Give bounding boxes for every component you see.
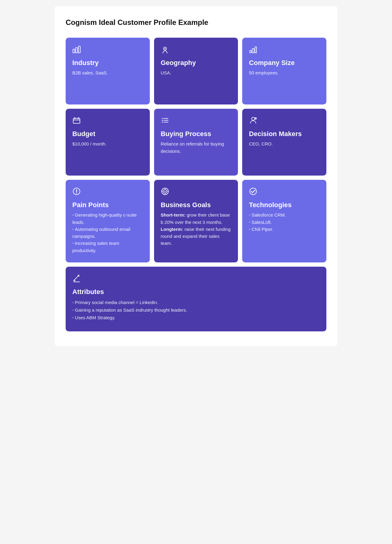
svg-point-4	[164, 48, 166, 49]
buying-process-body: Reliance on referrals for buying decisio…	[161, 140, 232, 155]
svg-point-23	[76, 193, 77, 194]
svg-point-26	[164, 191, 166, 192]
svg-rect-6	[252, 49, 254, 53]
company-size-icon	[249, 45, 320, 55]
svg-rect-8	[73, 118, 80, 123]
bottom-card-container: Attributes Primary social media channel …	[66, 267, 326, 331]
svg-rect-1	[76, 48, 77, 53]
industry-icon	[72, 45, 143, 55]
business-goals-title: Business Goals	[161, 201, 232, 209]
svg-point-31	[250, 188, 256, 195]
industry-body: B2B sales, SaaS.	[72, 69, 143, 76]
pain-points-body: Generating high-quality c-suite leads. A…	[72, 211, 143, 254]
page-container: Cognism Ideal Customer Profile Example I…	[55, 6, 337, 346]
tech-item-3: Chili Piper.	[249, 226, 320, 233]
svg-rect-5	[250, 50, 251, 53]
budget-body: $10,000 / month.	[72, 140, 143, 147]
pain-points-icon	[72, 187, 143, 197]
company-size-body: 50 employees.	[249, 69, 320, 76]
attributes-body: Primary social media channel = LinkedIn.…	[72, 299, 320, 321]
card-geography: Geography USA.	[154, 38, 238, 104]
pain-point-item-2: Automating outbound email campaigns.	[72, 226, 143, 240]
card-pain-points: Pain Points Generating high-quality c-su…	[66, 180, 150, 262]
decision-makers-title: Decision Makers	[249, 130, 320, 138]
svg-point-33	[74, 280, 75, 281]
attributes-list: Primary social media channel = LinkedIn.…	[72, 299, 320, 321]
buying-process-title: Buying Process	[161, 130, 232, 138]
card-company-size: Company Size 50 employees.	[242, 38, 326, 104]
technologies-body: Salesforce CRM. SalesLoft. Chili Piper.	[249, 211, 320, 233]
geography-body: USA.	[161, 69, 232, 76]
card-attributes: Attributes Primary social media channel …	[66, 267, 326, 331]
decision-makers-icon	[249, 116, 320, 126]
business-goals-body: Short-term: grow their client base b 20%…	[161, 211, 232, 247]
geography-icon	[161, 45, 232, 55]
business-goals-icon	[161, 187, 232, 197]
tech-item-1: Salesforce CRM.	[249, 211, 320, 218]
card-decision-makers: Decision Makers CEO, CRO.	[242, 109, 326, 176]
card-budget: Budget $10,000 / month.	[66, 109, 150, 176]
svg-rect-0	[73, 49, 75, 53]
technologies-list: Salesforce CRM. SalesLoft. Chili Piper.	[249, 211, 320, 233]
card-grid: Industry B2B sales, SaaS. Geography USA.	[66, 38, 326, 262]
tech-item-2: SalesLoft.	[249, 219, 320, 226]
svg-rect-2	[78, 46, 80, 53]
page-title: Cognism Ideal Customer Profile Example	[66, 18, 326, 27]
technologies-title: Technologies	[249, 201, 320, 209]
technologies-icon	[249, 187, 320, 197]
card-business-goals: Business Goals Short-term: grow their cl…	[154, 180, 238, 262]
attributes-icon	[72, 274, 320, 284]
pain-point-item-3: Increasing sales team productivity.	[72, 240, 143, 254]
card-industry: Industry B2B sales, SaaS.	[66, 38, 150, 104]
pain-points-list: Generating high-quality c-suite leads. A…	[72, 211, 143, 254]
decision-makers-body: CEO, CRO.	[249, 140, 320, 147]
budget-icon	[72, 116, 143, 126]
card-technologies: Technologies Salesforce CRM. SalesLoft. …	[242, 180, 326, 262]
pain-points-title: Pain Points	[72, 201, 143, 209]
long-term-label: Longterm:	[161, 227, 183, 232]
card-buying-process: Buying Process Reliance on referrals for…	[154, 109, 238, 176]
short-term-label: Short-term:	[161, 212, 186, 217]
geography-title: Geography	[161, 59, 232, 67]
svg-rect-7	[255, 47, 256, 53]
attribute-item-2: Gaining a reputation as SaaS indrustry t…	[72, 306, 320, 314]
pain-point-item-1: Generating high-quality c-suite leads.	[72, 211, 143, 226]
attribute-item-1: Primary social media channel = LinkedIn.	[72, 299, 320, 306]
attribute-item-3: Uses ABM Strategy.	[72, 314, 320, 322]
svg-point-17	[252, 117, 255, 120]
attributes-title: Attributes	[72, 288, 320, 296]
buying-process-icon	[161, 116, 232, 126]
company-size-title: Company Size	[249, 59, 320, 67]
budget-title: Budget	[72, 130, 143, 138]
industry-title: Industry	[72, 59, 143, 67]
